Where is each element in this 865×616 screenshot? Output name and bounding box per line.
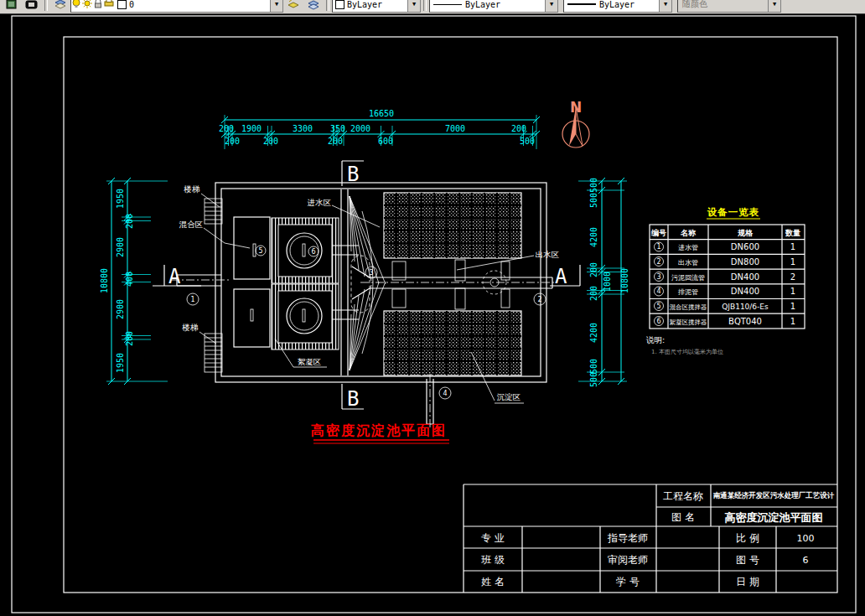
svg-text:200: 200 (219, 124, 234, 133)
north-arrow: N (562, 99, 589, 148)
svg-text:4: 4 (656, 287, 660, 295)
svg-text:500: 500 (589, 359, 598, 374)
drawing-title-text: 高密度沉淀池平面图 (311, 422, 447, 438)
toolbar-separator (44, 0, 48, 11)
chevron-down-icon[interactable]: ▼ (407, 0, 420, 12)
make-layer-current-button[interactable] (23, 0, 41, 13)
dimension-chain-left: 10800 1950 200 2900 400 2900 200 1950 (100, 178, 168, 385)
chevron-down-icon[interactable]: ▼ (659, 0, 671, 12)
inlet-zone-label: 进水区 (307, 198, 332, 207)
major-label: 专 业 (481, 532, 505, 544)
svg-text:1: 1 (790, 317, 795, 326)
layer-on-bulb-icon[interactable] (72, 0, 80, 10)
callout-3: 3 (369, 269, 373, 277)
svg-text:200: 200 (125, 331, 134, 346)
chevron-down-icon: ▼ (768, 0, 780, 12)
dimension-chain-top: 16650 200 1900 3300 350 2000 7000 200 20… (219, 109, 540, 149)
stairs-label-top: 楼梯 (184, 184, 201, 194)
lineweight-control-dropdown[interactable]: ByLayer ▼ (563, 0, 672, 13)
notes-title: 说明: (645, 335, 665, 344)
chevron-down-icon[interactable]: ▼ (545, 0, 557, 12)
name-label: 姓 名 (481, 576, 505, 588)
svg-text:200: 200 (589, 286, 598, 301)
plotstyle-control-dropdown: 随颜色 ▼ (677, 0, 781, 13)
number-value: 6 (803, 555, 809, 566)
svg-text:1: 1 (790, 242, 795, 251)
layer-color-chip (117, 0, 127, 9)
current-color-name: ByLayer (347, 0, 382, 9)
svg-text:1000: 1000 (603, 272, 612, 292)
svg-text:编号: 编号 (650, 229, 666, 237)
layer-previous-button[interactable] (284, 0, 303, 13)
current-lineweight-name: ByLayer (599, 0, 635, 9)
dim-total-right: 10800 (620, 268, 629, 293)
title-block: 工程名称 南通某经济开发区污水处理厂工艺设计 图 名 高密度沉淀池平面图 专 业… (464, 484, 837, 593)
callout-2: 2 (537, 296, 541, 303)
current-layer-name: 0 (129, 0, 134, 9)
svg-text:500: 500 (589, 372, 598, 387)
note-line-1: 1. 本图尺寸均以毫米为单位 (651, 349, 723, 355)
sedimentation-module-bottom (384, 311, 521, 375)
linetype-control-dropdown[interactable]: ByLayer ▼ (429, 0, 558, 13)
date-label: 日 期 (736, 576, 759, 588)
svg-text:6: 6 (656, 318, 660, 325)
svg-text:500: 500 (589, 193, 598, 208)
drawing-name-label: 图 名 (671, 511, 695, 523)
layer-freeze-sun-icon[interactable] (82, 0, 92, 10)
cad-drawing-canvas[interactable]: .wl{stroke:#ffffff;fill:none;stroke-widt… (0, 0, 865, 616)
mixing-zone-label: 混合区 (179, 220, 204, 229)
svg-text:进水管: 进水管 (678, 244, 698, 251)
svg-text:2: 2 (790, 272, 795, 282)
project-name-value: 南通某经济开发区污水处理厂工艺设计 (713, 491, 835, 500)
dim-total-top: 16650 (369, 109, 394, 118)
equipment-table: 设备一览表 编号 名称 规格 数量 1 进水管 DN600 1 2 出水管 DN… (645, 206, 805, 355)
svg-text:2000: 2000 (350, 124, 370, 133)
svg-text:1900: 1900 (241, 124, 262, 133)
layer-lock-icon[interactable] (94, 0, 102, 10)
svg-text:污泥回流管: 污泥回流管 (671, 274, 705, 282)
layer-control-dropdown[interactable]: 0 ▼ (70, 0, 283, 13)
current-linetype-name: ByLayer (465, 0, 500, 9)
svg-text:200: 200 (328, 137, 343, 146)
dim-total-left: 10800 (100, 268, 109, 293)
section-letter-b-top: B (347, 163, 359, 186)
toolbar-icon-button[interactable] (3, 0, 21, 13)
svg-text:3300: 3300 (293, 124, 313, 133)
layer-plot-icon[interactable] (104, 0, 114, 10)
color-control-dropdown[interactable]: ByLayer ▼ (332, 0, 421, 13)
layers-icon[interactable] (51, 0, 70, 13)
callout-1: 1 (190, 296, 194, 303)
svg-text:BQT040: BQT040 (728, 317, 762, 326)
svg-text:2900: 2900 (116, 299, 125, 319)
svg-text:DN600: DN600 (731, 242, 759, 251)
section-letter-a-left: A (168, 265, 181, 288)
svg-text:3: 3 (656, 273, 660, 281)
svg-text:200: 200 (589, 262, 598, 277)
svg-text:混合区搅拌器: 混合区搅拌器 (670, 303, 707, 311)
outlet-zone-label: 出水区 (536, 250, 560, 259)
layer-properties-toolbar: 0 ▼ ByLayer ▼ ByLayer ▼ ByLayer ▼ (0, 0, 865, 14)
svg-text:500: 500 (589, 178, 598, 193)
equipment-table-title: 设备一览表 (707, 206, 760, 218)
svg-text:5: 5 (656, 303, 660, 310)
svg-text:1950: 1950 (116, 353, 125, 373)
dimension-chain-right: 500 500 4200 200 1000 200 4200 500 500 1… (578, 178, 629, 387)
callout-4: 4 (443, 390, 447, 397)
section-letter-b-bottom: B (347, 387, 359, 411)
chevron-down-icon[interactable]: ▼ (270, 0, 282, 12)
toolbar-separator (326, 0, 329, 11)
stairs-label-bottom: 楼梯 (182, 323, 199, 332)
svg-text:1: 1 (790, 287, 795, 296)
student-id-label: 学 号 (616, 576, 640, 588)
svg-text:200: 200 (511, 124, 526, 133)
svg-text:200: 200 (263, 137, 278, 146)
section-letter-a-right: A (555, 265, 567, 288)
svg-text:QJB110/6-Es: QJB110/6-Es (722, 303, 769, 311)
svg-text:350: 350 (330, 124, 345, 133)
svg-text:规格: 规格 (737, 229, 754, 237)
svg-text:排泥管: 排泥管 (678, 288, 698, 296)
layer-states-button[interactable] (304, 0, 323, 13)
drawing-name-value: 高密度沉淀池平面图 (725, 511, 823, 524)
toolbar-separator (423, 0, 427, 11)
svg-text:600: 600 (378, 137, 393, 146)
